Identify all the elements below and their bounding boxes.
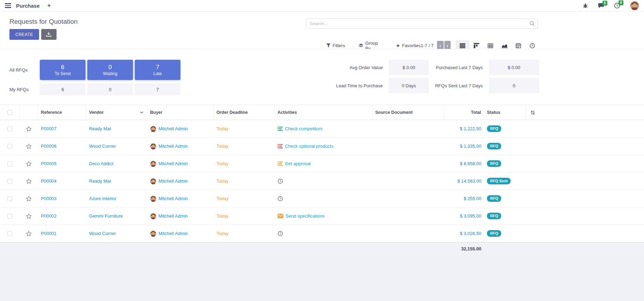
header-buyer[interactable]: Buyer: [147, 105, 214, 120]
activity-cell[interactable]: Check optional products: [275, 144, 372, 149]
activity-clock-icon[interactable]: [277, 178, 283, 184]
table-row[interactable]: P00004 Ready Mat Mitchell Admin Today $ …: [0, 172, 644, 190]
graph-view-icon: [502, 43, 508, 48]
buyer-name[interactable]: Mitchell Admin: [158, 178, 188, 184]
kpi-late-tile[interactable]: 7 Late: [135, 60, 180, 80]
table-row[interactable]: P00002 Gemini Furniture Mitchell Admin T…: [0, 207, 644, 225]
app-menu-purchase[interactable]: Purchase: [16, 3, 40, 9]
favorites-button[interactable]: ★ Favorites: [396, 43, 421, 48]
buyer-name[interactable]: Mitchell Admin: [158, 213, 188, 219]
vendor-link[interactable]: Ready Mat: [86, 126, 147, 131]
all-rfqs-label[interactable]: All RFQs: [9, 67, 38, 73]
vendor-link[interactable]: Wood Corner: [86, 144, 147, 149]
my-to-send-tile[interactable]: 6: [40, 83, 86, 95]
header-reference[interactable]: Reference: [38, 105, 86, 120]
activity-summary[interactable]: Check competitors: [285, 126, 323, 131]
row-checkbox[interactable]: [7, 144, 12, 149]
table-row[interactable]: P00006 Wood Corner Mitchell Admin Today …: [0, 138, 644, 155]
favorite-star-icon[interactable]: [26, 196, 32, 201]
debug-bug-icon[interactable]: [583, 3, 588, 8]
header-order-deadline[interactable]: Order Deadline: [214, 105, 275, 120]
new-tab-button[interactable]: +: [47, 2, 51, 9]
activity-list-icon: [277, 126, 283, 131]
activity-clock-icon[interactable]: [277, 231, 283, 236]
header-status[interactable]: Status: [484, 105, 526, 120]
buyer-avatar: [150, 143, 156, 149]
vendor-link[interactable]: Deco Addict: [86, 161, 147, 166]
activity-cell[interactable]: [275, 231, 372, 236]
activity-summary[interactable]: Check optional products: [285, 144, 333, 149]
header-source-document[interactable]: Source Document: [372, 105, 444, 120]
messages-button[interactable]: 5: [598, 3, 604, 8]
status-badge: RFQ: [487, 195, 501, 202]
status-badge: RFQ: [487, 230, 501, 237]
row-checkbox[interactable]: [7, 196, 12, 201]
favorite-star-icon[interactable]: [26, 126, 32, 132]
vendor-link[interactable]: Azure Interior: [86, 196, 147, 201]
table-row[interactable]: P00003 Azure Interior Mitchell Admin Tod…: [0, 190, 644, 207]
search-icon[interactable]: [530, 21, 535, 28]
hamburger-menu-icon[interactable]: [5, 3, 11, 8]
activity-clock-icon[interactable]: [277, 196, 283, 201]
favorite-star-icon[interactable]: [26, 213, 32, 219]
select-all-checkbox[interactable]: [7, 110, 12, 115]
activity-cell[interactable]: [275, 178, 372, 184]
lead-time-label: Lead Time to Purchase: [336, 83, 383, 88]
vendor-link[interactable]: Ready Mat: [86, 178, 147, 184]
row-checkbox[interactable]: [7, 126, 12, 131]
activity-cell[interactable]: Get approval: [275, 161, 372, 166]
table-row[interactable]: P00005 Deco Addict Mitchell Admin Today …: [0, 155, 644, 172]
favorite-star-icon[interactable]: [26, 161, 32, 167]
reference-link[interactable]: P00006: [38, 144, 86, 149]
search-input[interactable]: [306, 19, 538, 29]
activities-button[interactable]: 9: [614, 2, 620, 9]
row-checkbox[interactable]: [7, 214, 12, 219]
total-amount: $ 255.00: [444, 196, 484, 201]
kpi-to-send-tile[interactable]: 6 To Send: [40, 60, 86, 80]
import-button[interactable]: [41, 29, 57, 40]
vendor-link[interactable]: Gemini Furniture: [86, 213, 147, 219]
row-checkbox[interactable]: [7, 179, 12, 184]
favorite-star-icon[interactable]: [26, 231, 32, 236]
buyer-name[interactable]: Mitchell Admin: [158, 126, 188, 131]
kpi-waiting-tile[interactable]: 0 Waiting: [87, 60, 133, 80]
buyer-name[interactable]: Mitchell Admin: [158, 196, 188, 201]
vendor-link[interactable]: Wood Corner: [86, 231, 147, 236]
favorite-star-icon[interactable]: [26, 178, 32, 184]
filter-funnel-icon: [326, 43, 331, 48]
create-button[interactable]: CREATE: [9, 29, 39, 40]
reference-link[interactable]: P00007: [38, 126, 86, 131]
favorite-star-icon[interactable]: [26, 144, 32, 149]
table-row[interactable]: P00007 Ready Mat Mitchell Admin Today Ch…: [0, 120, 644, 138]
header-vendor[interactable]: Vendor: [86, 105, 147, 120]
activity-cell[interactable]: Check competitors: [275, 126, 372, 131]
activity-cell[interactable]: Send specifications: [275, 213, 372, 219]
reference-link[interactable]: P00004: [38, 178, 86, 184]
buyer-name[interactable]: Mitchell Admin: [158, 144, 188, 149]
header-total[interactable]: Total: [444, 105, 484, 120]
activity-cell[interactable]: [275, 196, 372, 201]
reference-link[interactable]: P00003: [38, 196, 86, 201]
reference-link[interactable]: P00002: [38, 213, 86, 219]
activity-summary[interactable]: Send specifications: [286, 213, 325, 219]
reference-link[interactable]: P00005: [38, 161, 86, 166]
activity-summary[interactable]: Get approval: [285, 161, 311, 166]
reference-link[interactable]: P00001: [38, 231, 86, 236]
status-badge: RFQ: [487, 160, 501, 167]
header-activities[interactable]: Activities: [275, 105, 372, 120]
buyer-name[interactable]: Mitchell Admin: [158, 231, 188, 236]
row-checkbox[interactable]: [7, 231, 12, 236]
user-avatar[interactable]: [630, 1, 639, 10]
filters-button[interactable]: Filters: [326, 43, 345, 48]
calendar-view-icon: [516, 43, 521, 48]
buyer-avatar: [150, 230, 156, 237]
bug-icon: [583, 3, 588, 8]
my-waiting-tile[interactable]: 0: [87, 83, 133, 95]
my-rfqs-label[interactable]: My RFQs: [9, 87, 38, 92]
row-checkbox[interactable]: [7, 161, 12, 166]
table-row[interactable]: P00001 Wood Corner Mitchell Admin Today …: [0, 225, 644, 242]
activity-list-icon: [277, 144, 283, 149]
buyer-name[interactable]: Mitchell Admin: [158, 161, 188, 166]
optional-columns-button[interactable]: [526, 105, 539, 120]
my-late-tile[interactable]: 7: [135, 83, 180, 95]
